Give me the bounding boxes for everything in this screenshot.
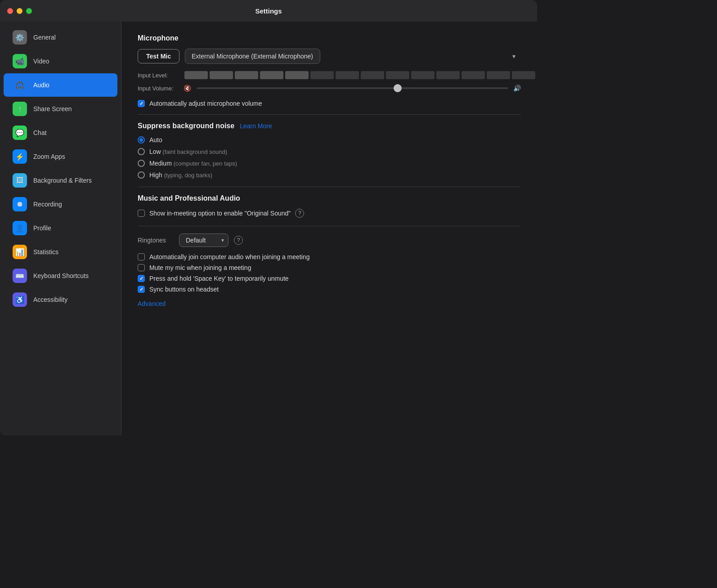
radio-medium[interactable]	[138, 160, 145, 167]
radio-low[interactable]	[138, 148, 145, 155]
sidebar-item-chat[interactable]: 💬Chat	[4, 121, 117, 144]
app-body: ⚙️General📹Video🎧Audio↑Share Screen💬Chat⚡…	[0, 22, 537, 435]
radio-desc-low: (faint background sound)	[161, 148, 227, 155]
sidebar-label-keyboard-shortcuts: Keyboard Shortcuts	[33, 272, 89, 279]
suppress-option-low[interactable]: Low (faint background sound)	[138, 148, 521, 155]
volume-low-icon: 🔇	[184, 85, 191, 92]
sidebar-item-general[interactable]: ⚙️General	[4, 26, 117, 49]
microphone-section-title: Microphone	[138, 34, 521, 42]
level-bar-1	[210, 71, 233, 79]
level-bar-4	[285, 71, 309, 79]
minimize-button[interactable]	[17, 8, 22, 14]
suppress-section: Suppress background noise Learn More Aut…	[138, 122, 521, 179]
original-sound-row[interactable]: Show in-meeting option to enable "Origin…	[138, 209, 521, 218]
level-bars	[184, 71, 535, 79]
volume-high-icon: 🔊	[513, 85, 521, 92]
auto-adjust-label: Automatically adjust microphone volume	[149, 100, 262, 107]
sidebar-item-statistics[interactable]: 📊Statistics	[4, 240, 117, 264]
audio-icon: 🎧	[13, 78, 27, 92]
radio-auto[interactable]	[138, 136, 145, 144]
ringtone-help-icon[interactable]: ?	[234, 236, 243, 245]
input-volume-label: Input Volume:	[138, 85, 178, 92]
divider-3	[138, 226, 521, 226]
ringtone-select-wrapper: DefaultChimeBell	[179, 233, 229, 247]
sidebar-item-share-screen[interactable]: ↑Share Screen	[4, 97, 117, 121]
music-section-title: Music and Professional Audio	[138, 194, 521, 202]
ringtone-select[interactable]: DefaultChimeBell	[179, 233, 229, 247]
volume-slider[interactable]	[197, 87, 508, 89]
share-screen-icon: ↑	[13, 102, 27, 116]
sidebar-item-accessibility[interactable]: ♿Accessibility	[4, 288, 117, 311]
checkbox-row-auto-join-audio[interactable]: Automatically join computer audio when j…	[138, 253, 521, 260]
suppress-title-row: Suppress background noise Learn More	[138, 122, 521, 130]
checkbox-mute-join[interactable]	[138, 264, 145, 271]
sidebar-label-statistics: Statistics	[33, 248, 58, 256]
checkbox-row-sync-headset[interactable]: Sync buttons on headset	[138, 286, 521, 293]
suppress-option-high[interactable]: High (typing, dog barks)	[138, 171, 521, 179]
checkbox-row-space-unmute[interactable]: Press and hold 'Space Key' to temporaril…	[138, 275, 521, 282]
close-button[interactable]	[7, 8, 13, 14]
checkbox-space-unmute[interactable]	[138, 275, 145, 282]
mic-select[interactable]: External Microphone (External Microphone…	[185, 49, 320, 64]
level-bar-9	[411, 71, 435, 79]
maximize-button[interactable]	[26, 8, 32, 14]
learn-more-link[interactable]: Learn More	[240, 122, 272, 130]
radio-label-auto: Auto	[149, 136, 162, 144]
test-mic-button[interactable]: Test Mic	[138, 49, 179, 63]
input-level-label: Input Level:	[138, 72, 178, 79]
sidebar-item-audio[interactable]: 🎧Audio	[4, 73, 117, 97]
checkbox-sync-headset[interactable]	[138, 286, 145, 293]
checkbox-row-mute-join[interactable]: Mute my mic when joining a meeting	[138, 264, 521, 271]
mic-select-wrapper: External Microphone (External Microphone…	[185, 49, 521, 64]
suppress-option-medium[interactable]: Medium (computer fan, pen taps)	[138, 160, 521, 167]
checkboxes-container: Automatically join computer audio when j…	[138, 253, 521, 293]
sidebar: ⚙️General📹Video🎧Audio↑Share Screen💬Chat⚡…	[0, 22, 121, 435]
main-content: Microphone Test Mic External Microphone …	[121, 22, 537, 435]
sidebar-label-video: Video	[33, 58, 49, 65]
accessibility-icon: ♿	[13, 292, 27, 307]
radio-high[interactable]	[138, 171, 145, 179]
level-bar-2	[235, 71, 258, 79]
sidebar-item-background-filters[interactable]: 🖼Background & Filters	[4, 169, 117, 192]
level-bar-5	[310, 71, 334, 79]
sidebar-label-background-filters: Background & Filters	[33, 177, 92, 184]
suppress-option-auto[interactable]: Auto	[138, 136, 521, 144]
level-bar-8	[386, 71, 409, 79]
auto-adjust-row[interactable]: Automatically adjust microphone volume	[138, 100, 521, 107]
sidebar-item-recording[interactable]: ⏺Recording	[4, 193, 117, 216]
sidebar-item-zoom-apps[interactable]: ⚡Zoom Apps	[4, 145, 117, 168]
microphone-row: Test Mic External Microphone (External M…	[138, 49, 521, 64]
level-bar-11	[462, 71, 485, 79]
original-sound-help-icon[interactable]: ?	[295, 209, 304, 218]
music-section: Music and Professional Audio Show in-mee…	[138, 194, 521, 218]
sidebar-label-audio: Audio	[33, 81, 49, 89]
window-title: Settings	[255, 7, 282, 15]
sidebar-item-profile[interactable]: 👤Profile	[4, 216, 117, 240]
radio-label-high: High (typing, dog barks)	[149, 171, 212, 179]
sidebar-item-video[interactable]: 📹Video	[4, 49, 117, 73]
profile-icon: 👤	[13, 221, 27, 235]
general-icon: ⚙️	[13, 30, 27, 45]
traffic-lights	[7, 8, 32, 14]
sidebar-label-general: General	[33, 34, 56, 41]
background-filters-icon: 🖼	[13, 173, 27, 188]
sidebar-label-accessibility: Accessibility	[33, 296, 67, 303]
checkbox-auto-join-audio[interactable]	[138, 253, 145, 260]
sidebar-item-keyboard-shortcuts[interactable]: ⌨️Keyboard Shortcuts	[4, 264, 117, 287]
input-level-row: Input Level:	[138, 71, 521, 79]
zoom-apps-icon: ⚡	[13, 149, 27, 164]
auto-adjust-checkbox[interactable]	[138, 100, 145, 107]
checkbox-label-auto-join-audio: Automatically join computer audio when j…	[149, 253, 309, 260]
level-bar-0	[184, 71, 208, 79]
checkbox-label-space-unmute: Press and hold 'Space Key' to temporaril…	[149, 275, 289, 282]
ringtones-label: Ringtones	[138, 237, 174, 244]
suppress-section-title: Suppress background noise	[138, 122, 234, 130]
recording-icon: ⏺	[13, 197, 27, 211]
statistics-icon: 📊	[13, 245, 27, 259]
radio-label-low: Low (faint background sound)	[149, 148, 227, 155]
original-sound-checkbox[interactable]	[138, 210, 145, 217]
level-bar-6	[336, 71, 359, 79]
radio-desc-medium: (computer fan, pen taps)	[172, 160, 237, 167]
level-bar-13	[512, 71, 535, 79]
advanced-link[interactable]: Advanced	[138, 300, 166, 307]
